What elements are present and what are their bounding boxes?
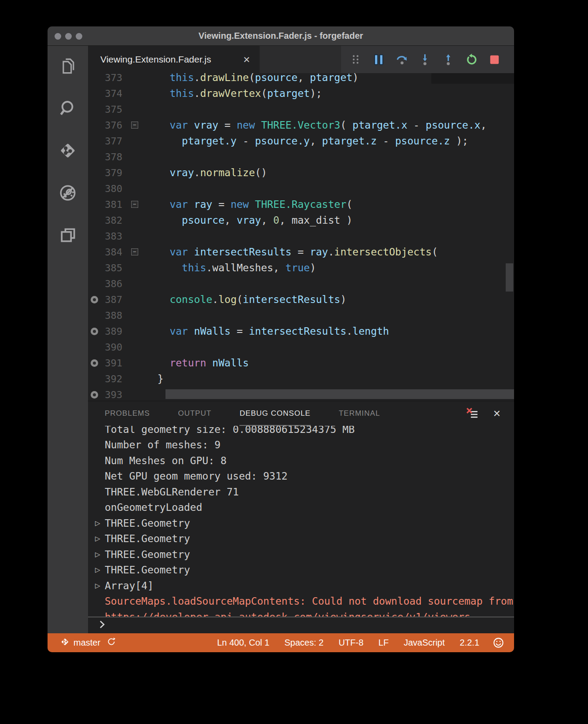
line-number[interactable]: 378 [100,151,122,163]
line-number[interactable]: 389 [100,326,122,337]
breakpoint-icon[interactable] [91,296,98,303]
code-text[interactable]: psource, vray, 0, max_dist ) [145,214,514,226]
stop-button[interactable] [487,52,502,67]
code-line[interactable]: 379 vray.normalize() [88,165,514,181]
code-line[interactable]: 383 [88,228,514,244]
code-line[interactable]: 391 return nWalls [88,355,514,371]
code-text[interactable]: var ray = new THREE.Raycaster( [145,199,514,210]
code-text[interactable]: this.wallMeshes, true) [145,262,514,273]
line-number[interactable]: 386 [100,278,122,289]
console-object-line[interactable]: ▷THREE.Geometry [88,562,514,578]
activity-search-icon[interactable] [58,99,78,118]
fold-collapse-icon[interactable]: − [131,248,138,255]
code-line[interactable]: 378 [88,149,514,165]
expand-arrow-icon[interactable]: ▷ [95,550,100,558]
tab-close-icon[interactable]: × [243,54,250,65]
console-object-line[interactable]: ▷Array[4] [88,578,514,594]
status-item-ln-400-col-1[interactable]: Ln 400, Col 1 [217,638,269,648]
code-line[interactable]: 392 } [88,371,514,387]
line-number[interactable]: 376 [100,120,122,131]
breakpoint-gutter[interactable] [88,296,100,303]
activity-debug-icon[interactable] [58,183,78,203]
git-branch-status[interactable]: master [60,637,100,649]
zoom-window-button[interactable] [76,33,82,40]
activity-explorer-icon[interactable] [58,56,78,76]
code-editor[interactable]: 373 this.drawLine(psource, ptarget)374 t… [88,73,514,401]
git-sync-icon[interactable] [107,637,116,649]
step-over-button[interactable] [394,52,409,67]
code-text[interactable]: ptarget.y - psource.y, ptarget.z - psour… [145,135,514,147]
line-number[interactable]: 380 [100,183,122,194]
line-number[interactable]: 383 [100,231,122,242]
status-item-lf[interactable]: LF [379,638,389,648]
step-out-button[interactable] [441,52,456,67]
code-text[interactable]: return nWalls [145,357,514,369]
line-number[interactable]: 388 [100,310,122,321]
line-number[interactable]: 382 [100,215,122,226]
code-line[interactable]: 374 this.drawVertex(ptarget); [88,85,514,101]
fold-collapse-icon[interactable]: − [131,201,138,208]
feedback-smiley-icon[interactable] [492,637,504,649]
code-text[interactable]: this.drawVertex(ptarget); [145,88,514,99]
debug-console-input[interactable] [88,617,514,633]
status-item-utf-8[interactable]: UTF-8 [338,638,364,648]
code-line[interactable]: 385 this.wallMeshes, true) [88,260,514,276]
code-line[interactable]: 381− var ray = new THREE.Raycaster( [88,196,514,212]
close-panel-icon[interactable]: × [490,407,503,420]
status-item-spaces-2[interactable]: Spaces: 2 [284,638,323,648]
expand-arrow-icon[interactable]: ▷ [95,535,100,543]
pause-button[interactable] [371,52,386,67]
code-line[interactable]: 390 [88,339,514,355]
expand-arrow-icon[interactable]: ▷ [95,519,100,527]
panel-tab-problems[interactable]: PROBLEMS [105,401,150,426]
line-number[interactable]: 381 [100,199,122,210]
line-number[interactable]: 392 [100,373,122,384]
panel-tab-debug-console[interactable]: DEBUG CONSOLE [239,401,310,426]
line-number[interactable]: 393 [100,389,122,400]
code-line[interactable]: 384− var intersectResults = ray.intersec… [88,244,514,260]
drag-grip[interactable] [348,52,363,67]
panel-tab-terminal[interactable]: TERMINAL [339,401,380,426]
code-text[interactable]: } [145,373,514,384]
horizontal-scrollbar[interactable] [165,389,514,399]
code-text[interactable]: var vray = new THREE.Vector3( ptarget.x … [145,119,514,131]
code-line[interactable]: 389 var nWalls = intersectResults.length [88,323,514,339]
title-bar[interactable]: Viewing.Extension.Fader.js - forgefader [48,26,514,46]
console-object-line[interactable]: ▷THREE.Geometry [88,547,514,562]
line-number[interactable]: 384 [100,247,122,258]
breakpoint-gutter[interactable] [88,328,100,335]
breakpoint-gutter[interactable] [88,391,100,399]
code-line[interactable]: 380 [88,181,514,196]
tab-active-file[interactable]: Viewing.Extension.Fader.js × [88,46,260,73]
code-line[interactable]: 375 [88,101,514,117]
activity-extensions-icon[interactable] [58,225,78,245]
status-item-javascript[interactable]: JavaScript [404,638,445,648]
minimize-window-button[interactable] [65,33,72,40]
panel-tab-output[interactable]: OUTPUT [178,401,211,426]
line-number[interactable]: 374 [100,88,122,99]
code-line[interactable]: 377 ptarget.y - psource.y, ptarget.z - p… [88,133,514,149]
expand-arrow-icon[interactable]: ▷ [95,582,100,590]
breakpoint-icon[interactable] [91,391,98,399]
line-number[interactable]: 390 [100,342,122,353]
activity-source-control-icon[interactable] [58,141,78,160]
line-number[interactable]: 373 [100,73,122,83]
line-number[interactable]: 385 [100,262,122,273]
console-object-line[interactable]: ▷THREE.Geometry [88,515,514,531]
code-line[interactable]: 387 console.log(intersectResults) [88,292,514,307]
restart-button[interactable] [464,52,479,67]
close-window-button[interactable] [55,33,61,40]
breakpoint-icon[interactable] [91,328,98,335]
clear-console-icon[interactable] [466,407,479,420]
code-text[interactable]: var intersectResults = ray.intersectObje… [145,246,514,258]
breakpoint-icon[interactable] [91,359,98,367]
code-text[interactable]: var nWalls = intersectResults.length [145,325,514,337]
code-text[interactable]: vray.normalize() [145,167,514,178]
status-item-2-2-1[interactable]: 2.2.1 [460,638,479,648]
code-line[interactable]: 388 [88,307,514,323]
line-number[interactable]: 387 [100,294,122,305]
step-into-button[interactable] [418,52,433,67]
expand-arrow-icon[interactable]: ▷ [95,566,100,574]
breakpoint-gutter[interactable] [88,359,100,367]
line-number[interactable]: 375 [100,104,122,115]
